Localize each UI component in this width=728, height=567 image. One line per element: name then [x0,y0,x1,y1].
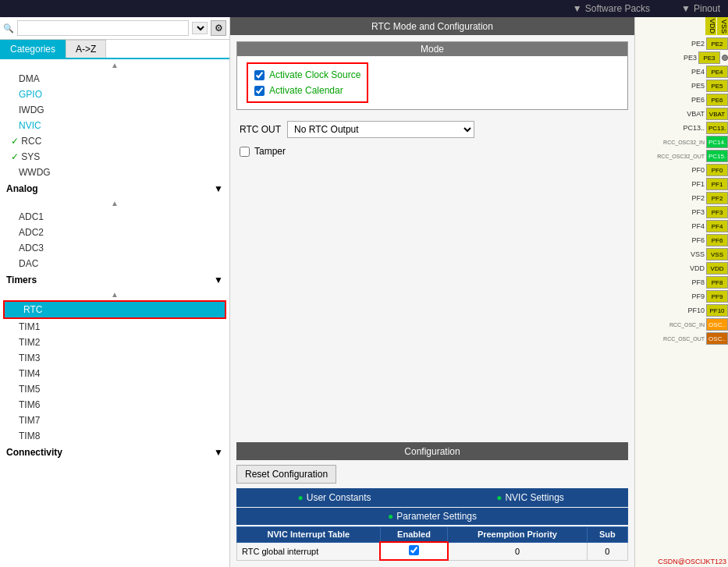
activate-calendar-checkbox[interactable] [254,86,265,96]
nvic-col-sub: Sub [587,527,627,543]
mode-body: Activate Clock Source Activate Calendar [237,56,627,109]
timers-category[interactable]: Timers ▼ [0,271,229,289]
tab-user-constants[interactable]: ● User Constants [236,488,432,507]
nvic-rtc-enabled-checkbox[interactable] [409,545,419,555]
tree-item-tim5[interactable]: TIM5 [0,381,229,397]
vdd-vss-labels: VDD VSS [635,17,728,35]
pinout-label: Pinout [694,3,720,14]
pinout-menu[interactable]: ▼ Pinout [681,3,720,14]
nvic-rtc-name: RTC global interrupt [237,542,381,560]
analog-label: Analog [6,183,38,194]
tree-item-tim4[interactable]: TIM4 [0,366,229,381]
connectivity-category[interactable]: Connectivity ▼ [0,444,229,461]
tab-parameter-settings[interactable]: ● Parameter Settings [236,508,628,525]
pin-box-pf2: PF2 [706,192,728,204]
nvic-col-name: NVIC Interrupt Table [237,527,381,543]
pin-box-pc15: PC15. [706,150,728,162]
pin-list: PE2 PE2 PE3 PE3 PE4 PE4 PE5 PE5 PE6 [635,37,728,567]
tree-item-iwdg[interactable]: IWDG [0,102,229,118]
tab-atoz[interactable]: A->Z [66,40,106,58]
vss-side-label: VSS [717,17,728,35]
pin-box-pe5: PE5 [706,80,728,92]
nvic-table: NVIC Interrupt Table Enabled Preemption … [236,526,628,561]
tamper-row: Tamper [230,143,634,160]
mode-header: Mode [237,42,627,56]
pin-vbat: VBAT VBAT [635,107,728,121]
pin-box-vss: VSS [706,248,728,260]
activate-calendar-label: Activate Calendar [269,85,343,96]
scroll-up-arrow-3[interactable]: ▲ [0,289,229,300]
tree-item-tim8[interactable]: TIM8 [0,428,229,444]
pin-pe5: PE5 PE5 [635,79,728,93]
rtc-out-select[interactable]: No RTC Output [287,121,474,138]
mode-header-label: Mode [421,44,444,55]
software-packs-menu[interactable]: ▼ Software Packs [573,3,650,14]
tree-item-tim3[interactable]: TIM3 [0,350,229,366]
mode-section: Mode Activate Clock Source Activate Cale… [236,41,628,110]
config-title: Configuration [404,446,460,457]
pin-pf6: PF6 PF6 [635,233,728,247]
nvic-rtc-preemption: 0 [448,542,587,560]
tree-item-adc1[interactable]: ADC1 [0,209,229,225]
pin-pc15: RCC_OSC32_OUT PC15. [635,149,728,163]
tree-item-nvic[interactable]: NVIC [0,118,229,133]
timers-label: Timers [6,275,37,285]
software-packs-arrow: ▼ [573,3,582,14]
rtc-title-bar: RTC Mode and Configuration [230,17,634,35]
left-panel: 🔍 ⚙ Categories A->Z ▲ DMA GPIO IWDG NVIC… [0,17,230,567]
tamper-checkbox[interactable] [240,147,250,157]
tree-item-dma[interactable]: DMA [0,71,229,87]
activate-clock-checkbox[interactable] [254,70,265,80]
rtc-out-row: RTC OUT No RTC Output [230,116,634,143]
rcc-osc32-out-label: RCC_OSC32_OUT [635,154,706,159]
analog-category[interactable]: Analog ▼ [0,180,229,197]
pin-osc-out: RCC_OSC_OUT OSC.. [635,331,728,346]
scroll-up-arrow[interactable]: ▲ [0,59,229,71]
pin-osc-in: RCC_OSC_IN OSC.. [635,317,728,331]
tree-item-sys[interactable]: SYS [0,149,229,165]
search-bar: 🔍 ⚙ [0,17,229,40]
pin-pe3: PE3 PE3 [635,51,728,65]
tree-item-tim7[interactable]: TIM7 [0,413,229,428]
tree-item-rcc[interactable]: RCC [0,133,229,149]
pin-vss: VSS VSS [635,247,728,261]
nvic-settings-label: NVIC Settings [505,492,563,503]
settings-gear-button[interactable]: ⚙ [211,20,226,36]
scroll-up-arrow-2[interactable]: ▲ [0,197,229,209]
pin-pc14: RCC_OSC32_IN PC14. [635,135,728,149]
pin-box-vbat: VBAT [706,108,728,120]
search-dropdown[interactable] [192,22,208,34]
rtc-out-label: RTC OUT [240,124,281,135]
tree-item-tim6[interactable]: TIM6 [0,397,229,413]
tab-categories[interactable]: Categories [0,40,66,58]
pin-pe6: PE6 PE6 [635,93,728,107]
tree-item-adc2[interactable]: ADC2 [0,225,229,240]
tree-item-wwdg[interactable]: WWDG [0,165,229,180]
pin-box-pc14: PC14. [706,136,728,148]
user-constants-check: ● [298,492,304,503]
tab-bar: Categories A->Z [0,40,229,59]
user-constants-label: User Constants [307,492,371,503]
pin-box-pe4: PE4 [706,66,728,78]
tree-item-rtc[interactable]: RTC [5,302,225,317]
tree-item-adc3[interactable]: ADC3 [0,240,229,256]
search-input[interactable] [17,20,189,36]
right-panel: VDD VSS PE2 PE2 PE3 PE3 PE4 PE4 [634,17,728,567]
tree-item-tim1[interactable]: TIM1 [0,319,229,335]
pin-box-pf1: PF1 [706,178,728,190]
pin-box-pf8: PF8 [706,276,728,289]
tree-item-dac[interactable]: DAC [0,256,229,271]
pin-circle-pe3 [722,55,728,61]
pin-box-pf3: PF3 [706,206,728,218]
pin-pe2: PE2 PE2 [635,37,728,51]
activate-calendar-row: Activate Calendar [254,83,360,98]
tree-item-tim2[interactable]: TIM2 [0,335,229,350]
tab-nvic-settings[interactable]: ● NVIC Settings [432,488,628,507]
config-tabs-row: ● User Constants ● NVIC Settings [236,488,628,507]
pin-box-pf9: PF9 [706,290,728,303]
search-icon: 🔍 [3,23,14,34]
tree-item-gpio[interactable]: GPIO [0,87,229,102]
reset-config-button[interactable]: Reset Configuration [236,465,336,484]
rcc-osc32-in-label: RCC_OSC32_IN [635,140,706,145]
pin-box-pf4: PF4 [706,220,728,232]
